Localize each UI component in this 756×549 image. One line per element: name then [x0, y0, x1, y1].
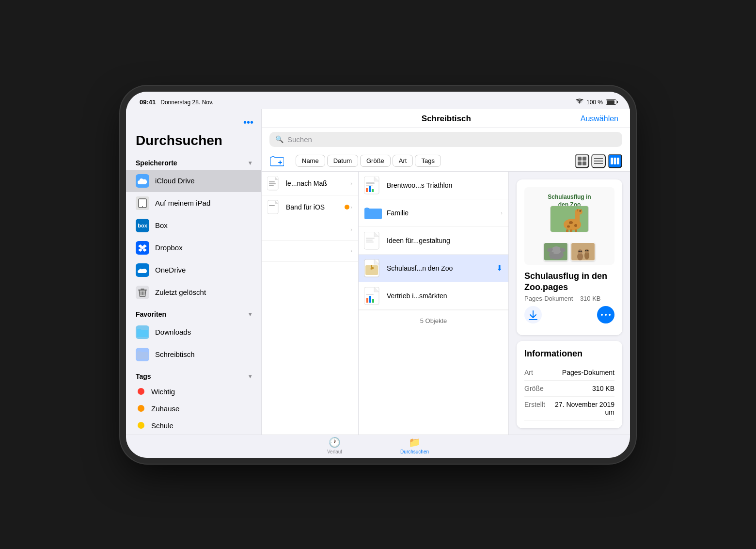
downloads-label: Downloads: [155, 328, 191, 336]
tab-durchsuchen[interactable]: 📁 Durchsuchen: [400, 436, 429, 454]
file-item-ideen[interactable]: Ideen für...gestaltung: [359, 227, 508, 255]
battery-percent: 100 %: [586, 99, 603, 106]
zuhause-tag-dot: [138, 405, 144, 412]
col1-item-3[interactable]: ›: [262, 219, 358, 241]
svg-rect-38: [369, 296, 371, 303]
list-view-button[interactable]: [591, 154, 606, 168]
search-placeholder: Suchen: [287, 135, 312, 144]
wichtig-label: Wichtig: [151, 388, 175, 396]
sort-datum-button[interactable]: Datum: [327, 155, 358, 167]
download-action-button[interactable]: [524, 306, 542, 323]
ideen-label: Ideen für...gestaltung: [387, 237, 503, 244]
col1-chevron-4: ›: [350, 248, 352, 254]
sort-art-button[interactable]: Art: [393, 155, 413, 167]
sidebar-section-favoriten: Favoriten ▾: [126, 307, 261, 321]
tab-verlauf[interactable]: 🕐 Verlauf: [327, 436, 342, 454]
col1-item-4[interactable]: ›: [262, 241, 358, 262]
info-row-art: Art Pages-Dokument: [524, 365, 614, 381]
sidebar-item-zuhause[interactable]: Zuhause: [126, 400, 261, 417]
sub-image-elephant: [544, 242, 568, 261]
grid-view-button[interactable]: [575, 154, 589, 168]
col1-item-2[interactable]: Band für iOS ›: [262, 195, 358, 219]
desktop-label: Schreibtisch: [155, 350, 195, 358]
doc-icon-2: [268, 200, 281, 214]
right-panel: Schreibtisch Auswählen 🔍 Suchen: [262, 109, 630, 435]
vertrieb-label: Vertrieb i...smärkten: [387, 292, 503, 300]
svg-rect-39: [372, 299, 374, 303]
svg-point-71: [605, 314, 607, 316]
sidebar-item-icloud[interactable]: iCloud Drive: [126, 170, 261, 192]
main-title: Schreibtisch: [312, 114, 581, 124]
preview-thumbnail: Schulausflug in den Zoo: [524, 187, 614, 265]
sidebar-item-ipad[interactable]: Auf meinem iPad: [126, 192, 261, 214]
sidebar: ••• Durchsuchen Speicherorte ▾ iCloud Dr…: [126, 109, 262, 435]
svg-point-61: [578, 249, 583, 254]
box-label: Box: [155, 221, 168, 229]
new-folder-button[interactable]: [269, 154, 285, 168]
schule-tag-dot: [138, 422, 144, 429]
column-pane-1: le...nach Maß › Band für iOS ›: [262, 172, 359, 435]
battery-icon: [606, 99, 616, 105]
doc-icon-1: [268, 177, 281, 190]
file-meta: Pages-Dokument – 310 KB: [524, 295, 614, 302]
box-icon: box: [136, 219, 149, 232]
sidebar-item-desktop[interactable]: Schreibtisch: [126, 343, 261, 366]
svg-rect-26: [366, 188, 368, 192]
info-erstellt-label: Erstellt: [524, 401, 545, 416]
sidebar-item-onedrive[interactable]: OneDrive: [126, 259, 261, 281]
info-section: Informationen Art Pages-Dokument Größe 3…: [517, 341, 622, 428]
status-bar: 09:41 Donnerstag 28. Nov. 100 %: [126, 92, 630, 109]
svg-point-63: [581, 250, 582, 252]
col1-label-1: le...nach Maß: [286, 179, 346, 187]
sidebar-item-wichtig[interactable]: Wichtig: [126, 383, 261, 400]
svg-rect-52: [577, 209, 578, 211]
status-date: Donnerstag 28. Nov.: [160, 99, 213, 106]
onedrive-icon: [136, 263, 149, 277]
search-bar[interactable]: 🔍 Suchen: [269, 132, 622, 147]
more-button[interactable]: •••: [243, 117, 253, 128]
file-item-schulausflug[interactable]: Schulausf...n den Zoo ⬇: [359, 255, 508, 282]
more-actions-button[interactable]: [597, 306, 614, 323]
triathlon-doc-icon: [364, 177, 382, 194]
view-buttons: [575, 154, 622, 168]
svg-point-46: [574, 224, 577, 227]
svg-rect-24: [366, 182, 375, 184]
info-groesse-value: 310 KB: [592, 385, 614, 392]
file-item-vertrieb[interactable]: Vertrieb i...smärkten: [359, 282, 508, 310]
svg-rect-27: [369, 186, 371, 192]
familie-chevron: ›: [501, 210, 503, 216]
chevron-down-icon: ▾: [249, 160, 252, 166]
sub-image-meerkat: [571, 242, 595, 261]
svg-rect-53: [581, 209, 582, 211]
file-item-familie[interactable]: Familie ›: [359, 199, 508, 227]
onedrive-label: OneDrive: [155, 266, 186, 274]
preview-sub-images: [524, 242, 614, 261]
col1-chevron-3: ›: [350, 226, 352, 232]
download-icon[interactable]: ⬇: [496, 263, 503, 273]
icloud-icon: [136, 174, 149, 188]
svg-rect-49: [570, 229, 572, 232]
svg-rect-37: [366, 298, 368, 303]
dropbox-icon: [136, 241, 149, 255]
sort-name-button[interactable]: Name: [296, 155, 325, 167]
sort-groesse-button[interactable]: Größe: [360, 155, 391, 167]
sidebar-item-trash[interactable]: Zuletzt gelöscht: [126, 281, 261, 304]
sidebar-item-schule[interactable]: Schule: [126, 417, 261, 434]
column-view-button[interactable]: [608, 154, 622, 168]
sort-tags-button[interactable]: Tags: [415, 155, 441, 167]
main-header: Schreibtisch Auswählen: [262, 109, 630, 128]
svg-rect-59: [571, 243, 595, 261]
schule-label: Schule: [151, 421, 173, 430]
auswaehlen-button[interactable]: Auswählen: [581, 114, 618, 123]
sidebar-item-downloads[interactable]: Downloads: [126, 321, 261, 343]
sidebar-title: Durchsuchen: [126, 128, 261, 156]
tab-bar: 🕐 Verlauf 📁 Durchsuchen: [126, 435, 630, 458]
col1-item-1[interactable]: le...nach Maß ›: [262, 172, 358, 195]
col1-label-2: Band für iOS: [286, 203, 346, 211]
trash-label: Zuletzt gelöscht: [155, 288, 206, 296]
sidebar-section-tags: Tags ▾: [126, 370, 261, 383]
file-item-triathlon[interactable]: Brentwoo...s Triathlon: [359, 172, 508, 199]
sidebar-item-dropbox[interactable]: Dropbox: [126, 237, 261, 259]
files-pane: Brentwoo...s Triathlon Familie ›: [359, 172, 509, 435]
sidebar-item-box[interactable]: box Box: [126, 214, 261, 237]
